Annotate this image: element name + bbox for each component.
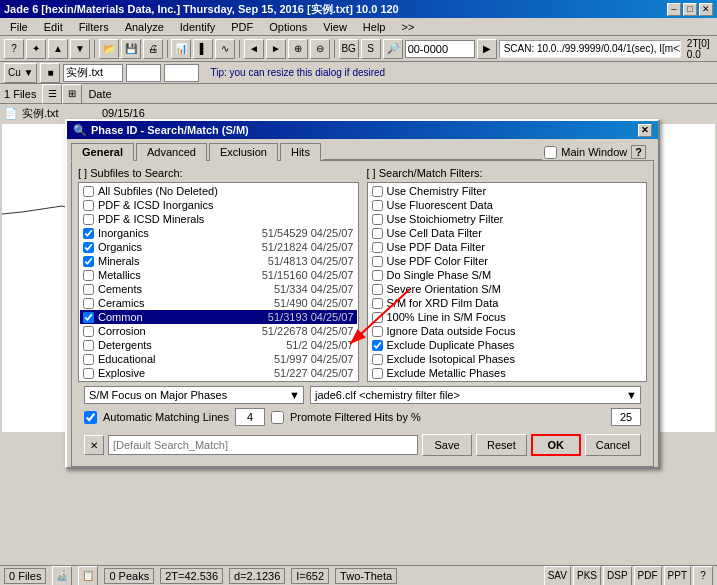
filter-checkbox[interactable] — [372, 228, 383, 239]
bar-btn[interactable]: ▌ — [193, 39, 213, 59]
menu-analyze[interactable]: Analyze — [119, 20, 170, 34]
filter-item[interactable]: Exclude Isotopical Phases — [369, 352, 646, 366]
right-btn[interactable]: ► — [266, 39, 286, 59]
subfile-checkbox[interactable] — [83, 298, 94, 309]
down-btn[interactable]: ▼ — [70, 39, 90, 59]
filter-item[interactable]: Use Cell Data Filter — [369, 226, 646, 240]
subfile-item[interactable]: Explosive51/227 04/25/07 — [80, 366, 357, 380]
cursor-btn[interactable]: ✦ — [26, 39, 46, 59]
help-icon[interactable]: ? — [631, 145, 646, 159]
subfile-item[interactable]: Educational51/997 04/25/07 — [80, 352, 357, 366]
filter-item[interactable]: Exclude Duplicate Phases — [369, 338, 646, 352]
search-clear-btn[interactable]: ✕ — [84, 435, 104, 455]
menu-view[interactable]: View — [317, 20, 353, 34]
filter-item[interactable]: Use Stoichiometry Filter — [369, 212, 646, 226]
grid-view-btn[interactable]: ⊞ — [62, 84, 82, 104]
subfile-checkbox[interactable] — [83, 214, 94, 225]
ppt-btn[interactable]: PPT — [664, 566, 691, 586]
filter-item[interactable]: Use PDF Data Filter — [369, 240, 646, 254]
search-field[interactable] — [108, 435, 418, 455]
subfile-checkbox[interactable] — [83, 340, 94, 351]
filter-item[interactable]: Use Chemistry Filter — [369, 184, 646, 198]
zoom-out-btn[interactable]: ⊖ — [310, 39, 330, 59]
zoom-btn[interactable]: ⊕ — [288, 39, 308, 59]
subfiles-listbox[interactable]: All Subfiles (No Deleted)PDF & ICSD Inor… — [78, 182, 359, 382]
menu-more[interactable]: >> — [395, 20, 420, 34]
list-view-btn[interactable]: ☰ — [42, 84, 62, 104]
menu-edit[interactable]: Edit — [38, 20, 69, 34]
filter-item[interactable]: Do Single Phase S/M — [369, 268, 646, 282]
cancel-action-btn[interactable]: Cancel — [585, 434, 641, 456]
file-input[interactable] — [63, 64, 123, 82]
filter-checkbox[interactable] — [372, 256, 383, 267]
sm-btn[interactable]: S — [361, 39, 381, 59]
sav-btn[interactable]: SAV — [544, 566, 571, 586]
filter-checkbox[interactable] — [372, 340, 383, 351]
subfile-item[interactable]: Detergents51/2 04/25/07 — [80, 338, 357, 352]
range-end[interactable]: 120 — [164, 64, 199, 82]
filter-checkbox[interactable] — [372, 326, 383, 337]
focus-select-container[interactable]: S/M Focus on Major Phases ▼ — [84, 386, 304, 404]
filter-checkbox[interactable] — [372, 270, 383, 281]
tab-advanced[interactable]: Advanced — [136, 143, 207, 161]
bg-btn[interactable]: BG — [339, 39, 359, 59]
subfile-checkbox[interactable] — [83, 368, 94, 379]
filter-checkbox[interactable] — [372, 298, 383, 309]
filter-checkbox[interactable] — [372, 368, 383, 379]
subfile-item[interactable]: Ceramics51/490 04/25/07 — [80, 296, 357, 310]
subfile-item[interactable]: PDF & ICSD Minerals — [80, 212, 357, 226]
pdf-status-btn[interactable]: PDF — [634, 566, 662, 586]
filter-checkbox[interactable] — [372, 200, 383, 211]
filter-checkbox[interactable] — [372, 312, 383, 323]
left-btn[interactable]: ◄ — [244, 39, 264, 59]
filter-item[interactable]: Severe Orientation S/M — [369, 282, 646, 296]
file-type-btn[interactable]: ■ — [40, 63, 60, 83]
filter-item[interactable]: Use Fluorescent Data — [369, 198, 646, 212]
subfile-item[interactable]: Common51/3193 04/25/07 — [80, 310, 357, 324]
save-btn[interactable]: 💾 — [121, 39, 141, 59]
minimize-btn[interactable]: – — [667, 3, 681, 16]
subfile-checkbox[interactable] — [83, 186, 94, 197]
open-btn[interactable]: 📂 — [99, 39, 119, 59]
extra-btn[interactable]: 🔎 — [383, 39, 403, 59]
menu-identify[interactable]: Identify — [174, 20, 221, 34]
filter-item[interactable]: S/M for XRD Film Data — [369, 296, 646, 310]
subfile-checkbox[interactable] — [83, 312, 94, 323]
subfile-checkbox[interactable] — [83, 270, 94, 281]
subfile-checkbox[interactable] — [83, 242, 94, 253]
dialog-close-btn[interactable]: ✕ — [638, 124, 652, 137]
menu-file[interactable]: File — [4, 20, 34, 34]
filter-checkbox[interactable] — [372, 284, 383, 295]
chem-filter-container[interactable]: jade6.clf <chemistry filter file> ▼ — [310, 386, 641, 404]
pks-btn[interactable]: PKS — [573, 566, 601, 586]
filter-item[interactable]: 100% Line in S/M Focus — [369, 310, 646, 324]
promote-cb[interactable] — [271, 411, 284, 424]
filter-item[interactable]: Exclude Metallic Phases — [369, 366, 646, 380]
promote-value[interactable] — [611, 408, 641, 426]
filter-checkbox[interactable] — [372, 354, 383, 365]
menu-help[interactable]: Help — [357, 20, 392, 34]
filter-checkbox[interactable] — [372, 242, 383, 253]
menu-pdf[interactable]: PDF — [225, 20, 259, 34]
help-status-btn[interactable]: ? — [693, 566, 713, 586]
ok-action-btn[interactable]: OK — [531, 434, 581, 456]
menu-options[interactable]: Options — [263, 20, 313, 34]
dsp-btn[interactable]: DSP — [603, 566, 632, 586]
subfile-checkbox[interactable] — [83, 284, 94, 295]
subfile-checkbox[interactable] — [83, 200, 94, 211]
auto-match-count[interactable] — [235, 408, 265, 426]
subfile-checkbox[interactable] — [83, 228, 94, 239]
filter-checkbox[interactable] — [372, 214, 383, 225]
up-btn[interactable]: ▲ — [48, 39, 68, 59]
subfile-item[interactable]: Metallics51/15160 04/25/07 — [80, 268, 357, 282]
subfile-item[interactable]: Organics51/21824 04/25/07 — [80, 240, 357, 254]
go-btn[interactable]: ▶ — [477, 39, 497, 59]
tab-general[interactable]: General — [71, 143, 134, 161]
subfile-item[interactable]: Inorganics51/54529 04/25/07 — [80, 226, 357, 240]
element-btn[interactable]: Cu ▼ — [4, 63, 37, 83]
subfile-item[interactable]: Minerals51/4813 04/25/07 — [80, 254, 357, 268]
wave-btn[interactable]: ∿ — [215, 39, 235, 59]
subfile-item[interactable]: Corrosion51/22678 04/25/07 — [80, 324, 357, 338]
reset-action-btn[interactable]: Reset — [476, 434, 527, 456]
chart-btn[interactable]: 📊 — [171, 39, 191, 59]
